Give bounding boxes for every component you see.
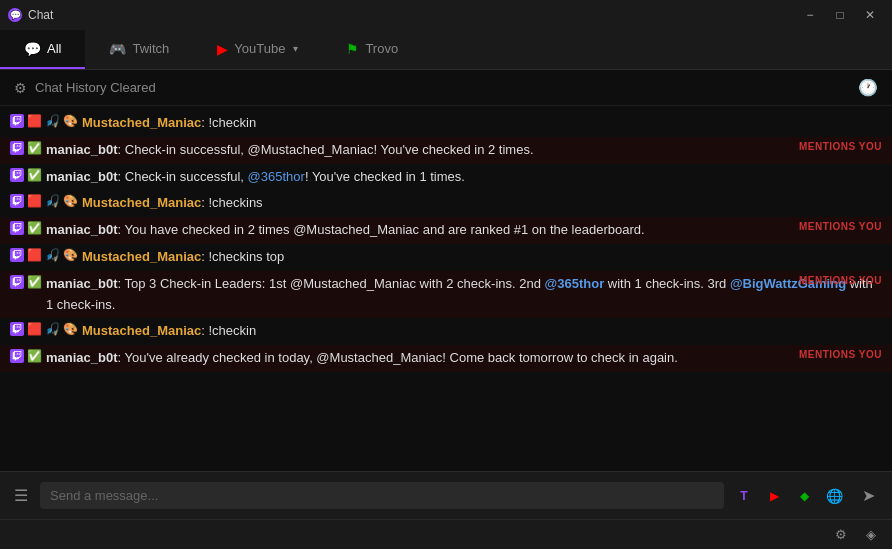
message-badge-icon: 🎣 — [45, 114, 60, 128]
message-content: Mustached_Maniac: !checkin — [82, 321, 882, 342]
message-badge-icon: 🎣 — [45, 322, 60, 336]
message-badge-icon: ✅ — [27, 141, 42, 155]
app-icon: 💬 — [8, 8, 22, 22]
minimize-button[interactable]: − — [796, 6, 824, 24]
platform-icon — [10, 194, 24, 208]
all-tab-icon: 💬 — [24, 41, 41, 57]
tab-all[interactable]: 💬 All — [0, 30, 85, 69]
message-content: maniac_b0t: Check-in successful, @Mustac… — [46, 140, 882, 161]
youtube-input-icon[interactable]: ▶ — [762, 484, 786, 508]
message-row: 🟥🎣🎨Mustached_Maniac: !checkin — [0, 318, 892, 345]
tab-twitch-label: Twitch — [132, 41, 169, 56]
tab-trovo-label: Trovo — [365, 41, 398, 56]
close-button[interactable]: ✕ — [856, 6, 884, 24]
tab-youtube[interactable]: ▶ YouTube ▾ — [193, 30, 322, 69]
message-badge-icon: 🟥 — [27, 114, 42, 128]
message-row: 🟥🎣🎨Mustached_Maniac: !checkin — [0, 110, 892, 137]
youtube-tab-icon: ▶ — [217, 41, 228, 57]
username: maniac_b0t — [46, 142, 118, 157]
username: maniac_b0t — [46, 169, 118, 184]
history-icon[interactable]: 🕐 — [858, 78, 878, 97]
message-icons: ✅ — [10, 348, 42, 363]
message-content: Mustached_Maniac: !checkins top — [82, 247, 882, 268]
tab-youtube-label: YouTube — [234, 41, 285, 56]
message-content: Mustached_Maniac: !checkin — [82, 113, 882, 134]
username: maniac_b0t — [46, 276, 118, 291]
tab-twitch[interactable]: 🎮 Twitch — [85, 30, 193, 69]
platform-icon — [10, 221, 24, 235]
message-input[interactable] — [40, 482, 724, 509]
message-content: maniac_b0t: You have checked in 2 times … — [46, 220, 882, 241]
username: maniac_b0t — [46, 222, 118, 237]
mentions-badge: MENTIONS YOU — [799, 221, 882, 232]
twitch-tab-icon: 🎮 — [109, 41, 126, 57]
username: Mustached_Maniac — [82, 323, 201, 338]
message-badge-icon: 🟥 — [27, 322, 42, 336]
message-content: maniac_b0t: You've already checked in to… — [46, 348, 882, 369]
message-content: Mustached_Maniac: !checkins — [82, 193, 882, 214]
username: Mustached_Maniac — [82, 115, 201, 130]
message-badge-icon: 🎣 — [45, 194, 60, 208]
platform-icon — [10, 114, 24, 128]
app-title: Chat — [28, 8, 53, 22]
message-row: MENTIONS YOU✅maniac_b0t: Check-in succes… — [0, 137, 892, 164]
tab-bar: 💬 All 🎮 Twitch ▶ YouTube ▾ ⚑ Trovo — [0, 30, 892, 70]
platform-icon — [10, 349, 24, 363]
message-row: MENTIONS YOU✅maniac_b0t: Top 3 Check-in … — [0, 271, 892, 319]
message-icons: 🟥🎣🎨 — [10, 247, 78, 262]
message-badge-icon: 🟥 — [27, 194, 42, 208]
titlebar-left: 💬 Chat — [8, 8, 53, 22]
message-row: ✅maniac_b0t: Check-in successful, @365th… — [0, 164, 892, 191]
window-controls: − □ ✕ — [796, 6, 884, 24]
message-row: MENTIONS YOU✅maniac_b0t: You've already … — [0, 345, 892, 372]
globe-icon[interactable]: 🌐 — [822, 484, 846, 508]
platform-icon — [10, 322, 24, 336]
twitch-input-icon[interactable]: T — [732, 484, 756, 508]
message-badge-icon: ✅ — [27, 275, 42, 289]
username: maniac_b0t — [46, 350, 118, 365]
message-badge-icon: 🎨 — [63, 322, 78, 336]
mentions-badge: MENTIONS YOU — [799, 275, 882, 286]
input-toolbar-icons: T ▶ ◆ 🌐 — [732, 484, 846, 508]
youtube-dropdown-icon: ▾ — [293, 43, 298, 54]
message-icons: ✅ — [10, 140, 42, 155]
extra-button[interactable]: ◈ — [860, 524, 882, 546]
mention-bold: @365thor — [545, 276, 605, 291]
trovo-input-icon[interactable]: ◆ — [792, 484, 816, 508]
message-icons: 🟥🎣🎨 — [10, 113, 78, 128]
cleared-settings-icon: ⚙ — [14, 80, 27, 96]
message-row: MENTIONS YOU✅maniac_b0t: You have checke… — [0, 217, 892, 244]
message-content: maniac_b0t: Top 3 Check-in Leaders: 1st … — [46, 274, 882, 316]
mentions-badge: MENTIONS YOU — [799, 349, 882, 360]
message-badge-icon: ✅ — [27, 349, 42, 363]
send-button[interactable]: ➤ — [854, 482, 882, 510]
message-icons: 🟥🎣🎨 — [10, 321, 78, 336]
message-badge-icon: ✅ — [27, 168, 42, 182]
maximize-button[interactable]: □ — [826, 6, 854, 24]
tab-all-label: All — [47, 41, 61, 56]
message-badge-icon: 🎨 — [63, 194, 78, 208]
mentions-badge: MENTIONS YOU — [799, 141, 882, 152]
platform-icon — [10, 275, 24, 289]
message-badge-icon: 🟥 — [27, 248, 42, 262]
message-row: 🟥🎣🎨Mustached_Maniac: !checkins top — [0, 244, 892, 271]
bottom-toolbar: ⚙ ◈ — [0, 519, 892, 549]
menu-icon[interactable]: ☰ — [10, 482, 32, 509]
message-content: maniac_b0t: Check-in successful, @365tho… — [46, 167, 882, 188]
titlebar: 💬 Chat − □ ✕ — [0, 0, 892, 30]
message-badge-icon: 🎨 — [63, 248, 78, 262]
platform-icon — [10, 248, 24, 262]
message-badge-icon: 🎣 — [45, 248, 60, 262]
messages-area: 🟥🎣🎨Mustached_Maniac: !checkinMENTIONS YO… — [0, 106, 892, 471]
platform-icon — [10, 141, 24, 155]
input-bar: ☰ T ▶ ◆ 🌐 ➤ — [0, 471, 892, 519]
settings-button[interactable]: ⚙ — [830, 524, 852, 546]
message-icons: 🟥🎣🎨 — [10, 193, 78, 208]
mention: @365thor — [248, 169, 305, 184]
tab-trovo[interactable]: ⚑ Trovo — [322, 30, 422, 69]
platform-icon — [10, 168, 24, 182]
message-badge-icon: 🎨 — [63, 114, 78, 128]
username: Mustached_Maniac — [82, 249, 201, 264]
cleared-bar: ⚙ Chat History Cleared 🕐 — [0, 70, 892, 106]
message-badge-icon: ✅ — [27, 221, 42, 235]
